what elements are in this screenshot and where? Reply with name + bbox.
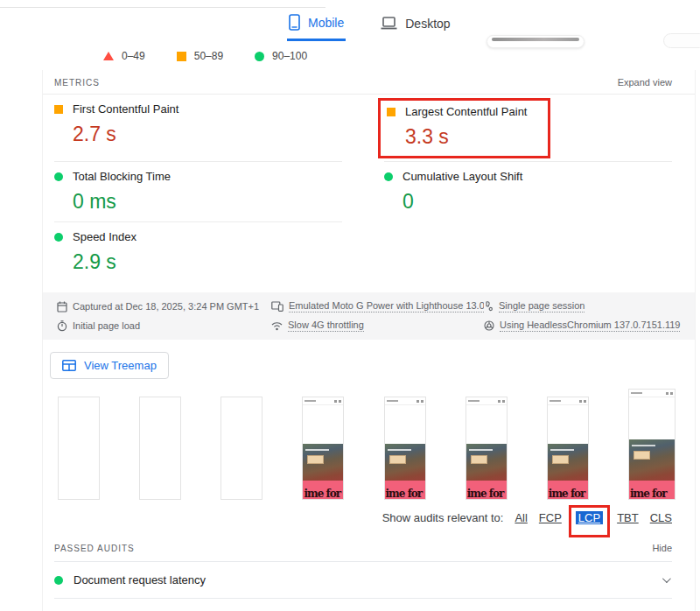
metrics-heading: METRICS <box>54 78 100 88</box>
metric-speed-index: Speed Index 2.9 s <box>54 222 342 282</box>
frame-headline-text: ime for <box>386 489 423 499</box>
score-legend: 0–49 50–89 90–100 <box>0 46 700 70</box>
stopwatch-icon <box>57 320 67 332</box>
hide-button[interactable]: Hide <box>652 543 672 553</box>
browser-item: Using HeadlessChromium 137.0.7151.119 wi… <box>484 320 681 332</box>
pass-circle-icon <box>255 52 264 61</box>
filmstrip-frame[interactable]: ime for <box>466 397 508 500</box>
audit-row-document-request-latency[interactable]: Document request latency <box>54 561 672 598</box>
metric-value: 2.9 s <box>73 250 342 274</box>
filmstrip-frame-blank[interactable] <box>220 397 262 500</box>
throttling-item: Slow 4G throttling <box>271 320 484 332</box>
legend-average-label: 50–89 <box>194 50 223 62</box>
average-square-icon <box>387 108 396 116</box>
session-item: Single page session <box>484 300 681 313</box>
filter-all[interactable]: All <box>514 511 527 524</box>
metric-name: Largest Contentful Paint <box>405 105 527 118</box>
page-load-item: Initial page load <box>57 320 271 332</box>
audit-filter-row: Show audits relevant to: All FCP LCP TBT… <box>43 507 672 528</box>
passed-audits-heading: PASSED AUDITS <box>54 544 135 553</box>
audit-filter-label: Show audits relevant to: <box>382 511 504 524</box>
legend-pass-label: 90–100 <box>272 50 307 62</box>
tab-desktop[interactable]: Desktop <box>379 11 452 41</box>
tab-mobile-label: Mobile <box>308 16 344 30</box>
metric-name: Total Blocking Time <box>73 170 171 183</box>
lcp-annotation-box: LCP <box>569 505 610 537</box>
session-label[interactable]: Single page session <box>499 300 584 313</box>
chevron-down-icon <box>662 574 671 583</box>
average-square-icon <box>54 105 63 114</box>
pass-circle-icon <box>54 172 63 181</box>
metric-value: 0 ms <box>73 190 342 214</box>
frame-headline-text: ime for <box>304 489 340 499</box>
legend-fail-label: 0–49 <box>122 50 145 62</box>
mobile-phone-icon <box>289 14 300 31</box>
filter-lcp[interactable]: LCP <box>576 511 603 524</box>
throttling-label[interactable]: Slow 4G throttling <box>288 320 364 332</box>
filmstrip-frame[interactable]: ime for <box>302 397 344 500</box>
lcp-annotation-box: Largest Contentful Paint 3.3 s <box>378 98 550 158</box>
view-treemap-label: View Treemap <box>84 359 157 372</box>
filter-fcp[interactable]: FCP <box>539 511 562 524</box>
chromium-icon <box>484 320 494 331</box>
lighthouse-report: METRICS Expand view First Contentful Pai… <box>42 70 696 611</box>
filter-cls[interactable]: CLS <box>650 511 672 524</box>
metric-first-contentful-paint: First Contentful Paint 2.7 s <box>54 95 342 162</box>
capture-time-item: Captured at Dec 18, 2025, 3:24 PM GMT+1 <box>57 300 271 313</box>
metric-cumulative-layout-shift: Cumulative Layout Shift 0 <box>384 162 672 222</box>
emulated-device-item: Emulated Moto G Power with Lighthouse 13… <box>271 300 484 313</box>
metric-name: Cumulative Layout Shift <box>402 170 522 183</box>
legend-average: 50–89 <box>177 50 223 62</box>
frame-headline-text: ime for <box>467 489 504 499</box>
metric-name: Speed Index <box>73 230 136 243</box>
frame-headline-text: ime for <box>549 489 585 499</box>
metrics-section-header: METRICS Expand view <box>43 70 695 95</box>
metrics-grid: First Contentful Paint 2.7 s Largest Con… <box>43 95 695 282</box>
metric-value: 0 <box>402 190 672 214</box>
capture-time-label: Captured at Dec 18, 2025, 3:24 PM GMT+1 <box>73 301 259 312</box>
audit-title: Document request latency <box>74 573 206 586</box>
filmstrip-frame-blank[interactable] <box>58 397 100 500</box>
devices-icon <box>271 301 284 312</box>
partial-button-edge <box>663 33 700 48</box>
pass-circle-icon <box>54 233 63 242</box>
metric-total-blocking-time: Total Blocking Time 0 ms <box>54 162 342 222</box>
desktop-laptop-icon <box>381 17 397 31</box>
filmstrip-frame[interactable]: ime for <box>547 397 589 500</box>
filmstrip-frame-current[interactable]: ime for <box>628 389 676 500</box>
capture-info-bar: Captured at Dec 18, 2025, 3:24 PM GMT+1 … <box>43 292 695 340</box>
network-signal-icon <box>271 321 283 331</box>
filter-tbt[interactable]: TBT <box>617 511 639 524</box>
blurred-tooltip <box>486 35 584 48</box>
frame-headline-text: ime for <box>630 489 667 499</box>
filmstrip-frame-blank[interactable] <box>139 397 181 500</box>
tab-mobile[interactable]: Mobile <box>287 11 346 41</box>
browser-label[interactable]: Using HeadlessChromium 137.0.7151.119 wi… <box>500 320 681 332</box>
metric-value: 2.7 s <box>73 123 342 146</box>
filmstrip-frame[interactable]: ime for <box>384 397 426 500</box>
legend-fail: 0–49 <box>103 50 145 62</box>
calendar-icon <box>57 301 67 313</box>
view-treemap-button[interactable]: View Treemap <box>50 352 169 379</box>
metric-empty-cell <box>384 222 672 282</box>
pass-circle-icon <box>54 576 63 585</box>
legend-pass: 90–100 <box>255 50 307 62</box>
page-load-label: Initial page load <box>73 320 140 331</box>
filmstrip: ime for ime for ime for ime for ime for <box>58 388 676 500</box>
audit-row-duplicated-javascript[interactable]: Duplicated JavaScript <box>54 598 672 611</box>
average-square-icon <box>177 52 186 61</box>
fail-triangle-icon <box>103 52 114 60</box>
tab-desktop-label: Desktop <box>405 17 450 31</box>
top-divider <box>0 7 326 8</box>
pass-circle-icon <box>384 172 393 181</box>
emulated-device-label[interactable]: Emulated Moto G Power with Lighthouse 13… <box>289 300 484 313</box>
expand-view-button[interactable]: Expand view <box>618 77 672 88</box>
metric-largest-contentful-paint: Largest Contentful Paint 3.3 s <box>384 95 672 162</box>
device-tab-bar: Mobile Desktop <box>0 0 700 46</box>
metric-name: First Contentful Paint <box>73 102 178 116</box>
treemap-icon <box>62 360 76 371</box>
session-icon <box>484 301 494 312</box>
metric-value: 3.3 s <box>405 125 527 149</box>
